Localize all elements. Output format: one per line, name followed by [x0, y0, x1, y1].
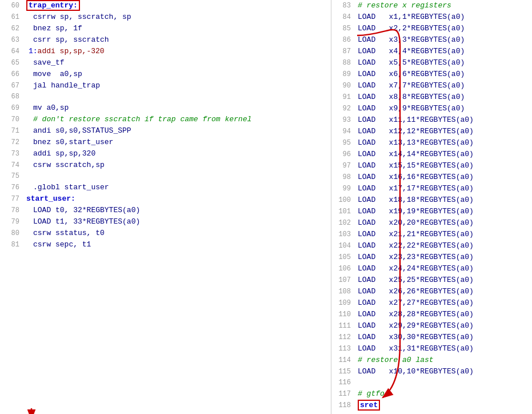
line-number: 95: [331, 138, 355, 149]
code-line: 100LOAD x18,18*REGBYTES(a0): [331, 194, 532, 206]
line-code: LOAD x22,22*REGBYTES(a0): [355, 240, 474, 251]
code-line: 114# restore a0 last: [331, 355, 532, 366]
code-line: 77start_user:: [0, 193, 331, 205]
line-number: 91: [331, 92, 355, 103]
line-code: LOAD x9,9*REGBYTES(a0): [355, 103, 465, 114]
code-line: 109LOAD x27,27*REGBYTES(a0): [331, 297, 532, 309]
line-code: LOAD x31,31*REGBYTES(a0): [355, 343, 474, 354]
code-line: 110LOAD x28,28*REGBYTES(a0): [331, 309, 532, 320]
code-line: 76.globl start_user: [0, 182, 331, 193]
line-number: 101: [331, 206, 355, 217]
code-line: 103LOAD x21,21*REGBYTES(a0): [331, 229, 532, 240]
line-number: 118: [331, 400, 355, 411]
code-line: 69mv a0,sp: [0, 102, 331, 114]
code-line: 108LOAD x26,26*REGBYTES(a0): [331, 286, 532, 297]
line-number: 83: [331, 1, 355, 11]
code-line: 89LOAD x6,6*REGBYTES(a0): [331, 69, 532, 80]
line-number: 113: [331, 344, 355, 355]
code-line: 80csrw sstatus, t0: [0, 228, 331, 239]
code-line: 101LOAD x19,19*REGBYTES(a0): [331, 206, 532, 217]
line-code: csrw sepc, t1: [24, 239, 91, 250]
line-number: 70: [0, 114, 24, 125]
line-number: 87: [331, 46, 355, 57]
line-number: 112: [331, 332, 355, 343]
code-line: 60trap_entry:: [0, 0, 331, 11]
code-line: 104LOAD x22,22*REGBYTES(a0): [331, 240, 532, 252]
line-code: LOAD x17,17*REGBYTES(a0): [355, 183, 474, 194]
line-number: 106: [331, 264, 355, 274]
line-code: save_tf: [24, 57, 65, 68]
code-line: 116: [331, 377, 532, 388]
code-line: 102LOAD x20,20*REGBYTES(a0): [331, 217, 532, 229]
line-number: 69: [0, 103, 24, 114]
code-line: 88LOAD x5,5*REGBYTES(a0): [331, 57, 532, 69]
left-pane: 60trap_entry:61csrrw sp, sscratch, sp62b…: [0, 0, 331, 414]
code-line: 111LOAD x29,29*REGBYTES(a0): [331, 320, 532, 332]
line-number: 65: [0, 58, 24, 69]
code-line: 66move a0,sp: [0, 69, 331, 80]
code-line: 98LOAD x16,16*REGBYTES(a0): [331, 172, 532, 183]
line-code: addi sp,sp,320: [24, 148, 95, 159]
line-number: 102: [331, 218, 355, 229]
line-code: LOAD x29,29*REGBYTES(a0): [355, 320, 474, 331]
line-number: 108: [331, 286, 355, 297]
line-number: 73: [0, 149, 24, 160]
line-code: csrw sscratch,sp: [24, 160, 105, 170]
line-code: LOAD x24,24*REGBYTES(a0): [355, 263, 474, 274]
line-number: 74: [0, 160, 24, 171]
code-line: 83# restore x registers: [331, 0, 532, 11]
code-line: 92LOAD x9,9*REGBYTES(a0): [331, 103, 532, 114]
code-line: 75: [0, 171, 331, 182]
line-number: 71: [0, 126, 24, 137]
line-code: # don't restore sscratch if trap came fr…: [24, 114, 251, 125]
line-number: 98: [331, 172, 355, 183]
code-line: 73addi sp,sp,320: [0, 148, 331, 160]
line-number: 88: [331, 58, 355, 69]
line-number: 86: [331, 35, 355, 46]
line-code: LOAD x1,1*REGBYTES(a0): [355, 11, 465, 22]
code-line: 74csrw sscratch,sp: [0, 160, 331, 171]
line-code: csrw sstatus, t0: [24, 228, 105, 238]
line-code: LOAD x19,19*REGBYTES(a0): [355, 206, 474, 217]
line-number: 77: [0, 194, 24, 205]
code-line: 117# gtfo: [331, 388, 532, 400]
line-number: 68: [0, 91, 24, 102]
line-number: 92: [331, 104, 355, 114]
code-line: 87LOAD x4,4*REGBYTES(a0): [331, 46, 532, 57]
line-number: 94: [331, 126, 355, 137]
code-line: 118sret: [331, 400, 532, 411]
line-number: 63: [0, 35, 24, 46]
code-line: 97LOAD x15,15*REGBYTES(a0): [331, 160, 532, 172]
line-code: LOAD x4,4*REGBYTES(a0): [355, 46, 465, 57]
code-line: 85LOAD x2,2*REGBYTES(a0): [331, 23, 532, 34]
line-code: jal handle_trap: [24, 80, 100, 91]
code-line: 61csrrw sp, sscratch, sp: [0, 11, 331, 23]
code-line: 99LOAD x17,17*REGBYTES(a0): [331, 183, 532, 194]
line-number: 110: [331, 309, 355, 320]
line-number: 61: [0, 12, 24, 23]
line-number: 90: [331, 81, 355, 91]
line-code: LOAD t1, 33*REGBYTES(a0): [24, 216, 140, 227]
line-number: 62: [0, 23, 24, 34]
code-line: 106LOAD x24,24*REGBYTES(a0): [331, 263, 532, 274]
line-number: 75: [0, 171, 24, 182]
code-line: 71andi s0,s0,SSTATUS_SPP: [0, 125, 331, 137]
line-number: 99: [331, 184, 355, 194]
code-line: 72bnez s0,start_user: [0, 137, 331, 148]
code-line: 112LOAD x30,30*REGBYTES(a0): [331, 332, 532, 343]
code-line: 81csrw sepc, t1: [0, 239, 331, 250]
line-code: LOAD x2,2*REGBYTES(a0): [355, 23, 465, 34]
code-line: 86LOAD x3,3*REGBYTES(a0): [331, 34, 532, 46]
line-code: # gtfo: [355, 388, 385, 399]
line-code: LOAD x18,18*REGBYTES(a0): [355, 194, 474, 205]
line-code: LOAD x26,26*REGBYTES(a0): [355, 286, 474, 297]
line-number: 105: [331, 252, 355, 263]
line-number: 67: [0, 81, 24, 91]
right-pane: 83# restore x registers84LOAD x1,1*REGBY…: [331, 0, 532, 414]
code-line: 70# don't restore sscratch if trap came …: [0, 114, 331, 125]
line-number: 116: [331, 377, 355, 388]
line-code: LOAD t0, 32*REGBYTES(a0): [24, 205, 140, 216]
code-line: 79LOAD t1, 33*REGBYTES(a0): [0, 216, 331, 228]
code-line: 115LOAD x10,10*REGBYTES(a0): [331, 366, 532, 377]
code-line: 95LOAD x13,13*REGBYTES(a0): [331, 137, 532, 149]
